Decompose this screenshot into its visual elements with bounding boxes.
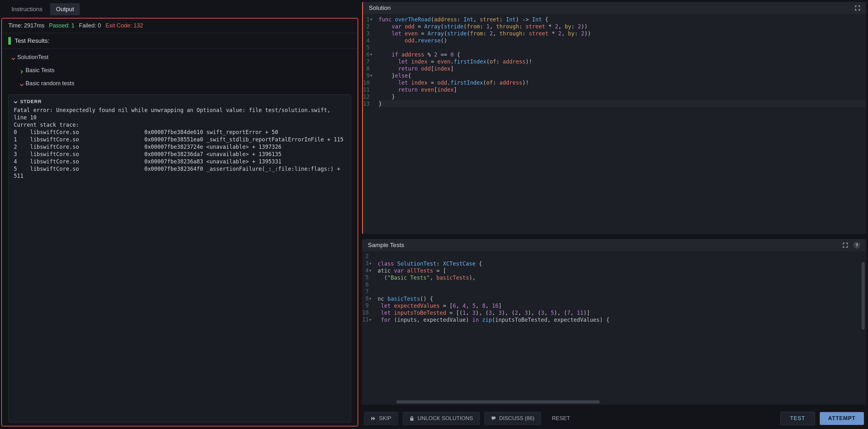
discuss-button[interactable]: DISCUSS (86) [484,412,541,425]
reset-button[interactable]: RESET [546,412,577,425]
tab-instructions[interactable]: Instructions [6,3,48,15]
solution-editor[interactable]: 1▼2 3 4 5 6▼7 8 9▼10 11 12 13 func overT… [363,14,866,234]
scrollbar-horizontal[interactable] [377,400,862,403]
discuss-icon [491,416,496,421]
reset-label: RESET [552,415,570,422]
results-label: Test Results: [15,37,50,45]
attempt-label: ATTEMPT [828,415,856,422]
panel-title-solution: Solution [369,4,391,11]
tree-item-label: Basic Tests [26,67,55,74]
suite-solutiontest[interactable]: SolutionTest [3,51,356,64]
test-tree: SolutionTest Basic Tests Basic random te… [2,49,358,92]
attempt-button[interactable]: ATTEMPT [819,412,864,425]
status-passed: Passed: 1 [49,22,74,29]
unlock-label: UNLOCK SOLUTIONS [417,415,473,422]
test-basic-tests[interactable]: Basic Tests [3,64,356,77]
stderr-toggle[interactable]: STDERR [14,98,346,104]
status-bar: Time: 2917ms Passed: 1 Failed: 0 Exit Co… [2,19,358,33]
sample-tests-panel: Sample Tests ? 2 3▼4▼5 6 7 8▼9 10 11▼ cl… [362,239,866,405]
expand-icon[interactable] [855,5,860,11]
skip-label: SKIP [379,415,392,422]
skip-icon [371,416,376,421]
status-exit: Exit Code: 132 [105,22,143,29]
panel-title-sample: Sample Tests [368,241,404,249]
chevron-down-icon [20,82,24,86]
chevron-right-icon [20,68,24,73]
status-time: Time: 2917ms [8,22,44,29]
unlock-button[interactable]: UNLOCK SOLUTIONS [403,412,480,425]
output-panel: Time: 2917ms Passed: 1 Failed: 0 Exit Co… [1,18,358,426]
bottom-bar: SKIP UNLOCK SOLUTIONS DISCUSS (86) RESET… [362,410,866,427]
test-basic-random[interactable]: Basic random tests [3,77,356,90]
sample-editor[interactable]: 2 3▼4▼5 6 7 8▼9 10 11▼ class SolutionTes… [362,251,866,405]
chevron-down-icon [11,56,15,59]
test-button[interactable]: TEST [780,412,815,425]
stderr-label: STDERR [20,98,42,104]
help-icon[interactable]: ? [853,241,860,249]
tree-item-label: Basic random tests [26,80,74,87]
expand-icon[interactable] [842,242,848,248]
test-results-header: Test Results: [2,33,358,49]
chevron-down-icon [14,99,18,104]
solution-panel: Solution 1▼2 3 4 5 6▼7 8 9▼10 11 12 13 f… [362,2,866,234]
stderr-box: STDERR Fatal error: Unexpectedly found n… [8,94,351,423]
status-failed: Failed: 0 [79,22,101,29]
discuss-label: DISCUSS (86) [499,415,535,422]
tree-suite-label: SolutionTest [17,54,49,61]
test-label: TEST [790,415,805,422]
skip-button[interactable]: SKIP [364,412,398,425]
scrollbar-vertical[interactable] [862,262,865,403]
tab-output[interactable]: Output [50,3,80,15]
lock-icon [409,416,414,421]
stderr-body: Fatal error: Unexpectedly found nil whil… [14,107,346,180]
